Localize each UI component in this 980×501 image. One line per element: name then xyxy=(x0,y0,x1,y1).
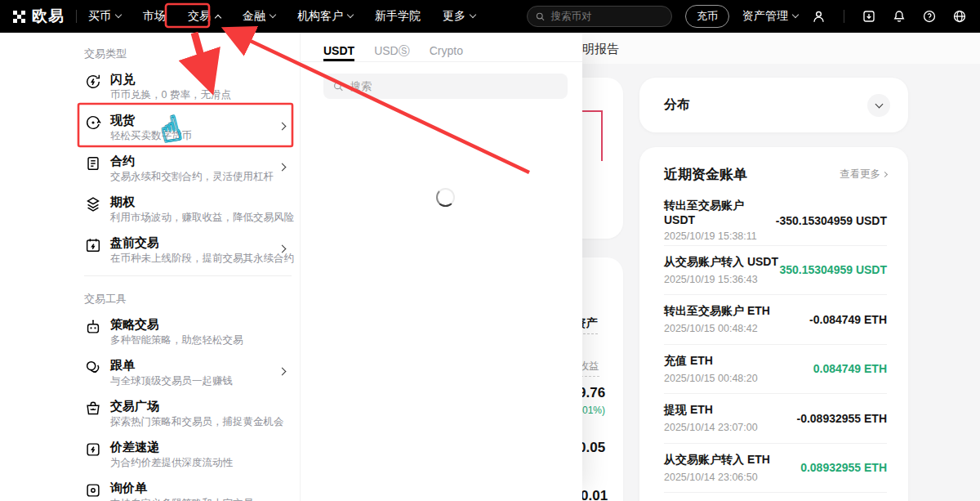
menu-item-spread[interactable]: 价差速递为合约价差提供深度流动性 xyxy=(84,434,292,475)
menu-item-title: 盘前交易 xyxy=(110,235,159,249)
menu-item-copy-trading[interactable]: 跟单与全球顶级交易员一起赚钱 xyxy=(84,352,292,393)
trade-mega-menu: 交易类型 闪兑币币兑换，0 费率，无滑点 现货轻松买卖数字货币 合约交易永续和交… xyxy=(0,33,300,501)
nav-item-trade[interactable]: 交易 xyxy=(188,9,220,24)
globe-language-icon[interactable] xyxy=(952,9,967,24)
menu-item-strategy[interactable]: 策略交易多种智能策略，助您轻松交易 xyxy=(84,311,292,352)
chevron-down-icon xyxy=(347,11,354,18)
spread-lightning-icon xyxy=(84,441,102,459)
flash-swap-icon xyxy=(84,73,102,91)
menu-item-spot[interactable]: 现货轻松买卖数字货币 xyxy=(84,107,292,148)
chevron-up-icon xyxy=(215,15,221,21)
menu-item-desc: 多种智能策略，助您轻松交易 xyxy=(110,334,243,346)
distribution-title: 分布 xyxy=(664,96,690,114)
underlying-annotation-box xyxy=(581,110,603,161)
chevron-right-icon xyxy=(278,368,287,376)
menu-item-title: 价差速递 xyxy=(110,440,159,454)
chevron-right-icon xyxy=(278,163,287,172)
rfq-icon xyxy=(84,481,102,499)
bill-amount: 0.084749 ETH xyxy=(813,362,887,375)
help-icon[interactable] xyxy=(922,9,937,24)
menu-item-desc: 交易永续和交割合约，灵活使用杠杆 xyxy=(110,171,274,182)
menu-item-flash-swap[interactable]: 闪兑币币兑换，0 费率，无滑点 xyxy=(84,66,292,107)
market-search-box[interactable] xyxy=(323,74,568,99)
pair-search-input[interactable] xyxy=(550,11,663,22)
bill-amount: -0.084749 ETH xyxy=(809,313,887,326)
chevron-right-icon xyxy=(882,171,888,177)
chevron-down-icon xyxy=(470,11,476,18)
market-list-panel: USDT USDⓈ Crypto xyxy=(300,33,582,501)
menu-item-title: 合约 xyxy=(110,154,135,168)
user-icon[interactable] xyxy=(811,9,826,25)
nav-item-more[interactable]: 更多 xyxy=(443,9,475,24)
okx-exchange-page: 欧易 买币 市场 交易 金融 机构客户 新手学院 更多 充币 资产管理 xyxy=(0,0,980,501)
menu-item-desc: 轻松买卖数字货币 xyxy=(110,130,192,141)
nav-item-academy[interactable]: 新手学院 xyxy=(375,9,421,24)
nav-item-institutional[interactable]: 机构客户 xyxy=(297,9,353,24)
chevron-right-icon xyxy=(278,123,287,131)
menu-item-desc: 为合约价差提供深度流动性 xyxy=(110,457,233,468)
nav-item-finance[interactable]: 金融 xyxy=(243,9,275,24)
bill-row[interactable]: 提现 ETH2025/10/14 23:07:00 -0.08932955 ET… xyxy=(664,394,887,444)
options-layers-icon xyxy=(84,195,102,213)
download-app-icon[interactable] xyxy=(862,9,876,24)
strategy-bot-icon xyxy=(84,318,102,336)
search-icon xyxy=(333,81,344,92)
menu-item-title: 期权 xyxy=(110,195,135,208)
menu-item-options[interactable]: 期权利用市场波动，赚取收益，降低交易风险 xyxy=(84,189,292,230)
search-icon xyxy=(536,11,545,22)
menu-item-desc: 与全球顶级交易员一起赚钱 xyxy=(110,375,233,387)
bill-amount: -0.08932955 ETH xyxy=(796,412,887,425)
menu-item-futures[interactable]: 合约交易永续和交割合约，灵活使用杠杆 xyxy=(84,148,292,189)
bill-amount: 350.15304959 USDT xyxy=(779,263,887,276)
view-more-link[interactable]: 查看更多 xyxy=(840,168,887,181)
bill-row[interactable]: 转出至交易账户 ETH2025/10/15 00:48:42 -0.084749… xyxy=(664,295,887,345)
expand-button[interactable] xyxy=(867,94,890,117)
menu-item-title: 跟单 xyxy=(110,358,135,372)
chevron-down-icon xyxy=(115,11,122,18)
menu-item-title: 询价单 xyxy=(110,481,147,494)
bill-amount: -350.15304959 USDT xyxy=(776,214,887,227)
distribution-card: 分布 xyxy=(639,78,908,132)
menu-item-premarket[interactable]: 盘前交易在币种未上线阶段，提前交易其永续合约 xyxy=(84,230,292,271)
bill-row[interactable]: 从交易账户转入 USDT2025/10/19 15:36:43 350.1530… xyxy=(664,246,887,296)
nav-icon-group xyxy=(811,9,967,25)
menu-item-title: 现货 xyxy=(110,113,135,127)
brand-logo[interactable]: 欧易 xyxy=(13,6,65,27)
menu-item-desc: 利用市场波动，赚取收益，降低交易风险 xyxy=(110,212,294,223)
pair-search-box[interactable] xyxy=(527,6,672,27)
asset-value-fragment: 0.01 xyxy=(581,488,608,501)
nav-divider xyxy=(76,10,77,23)
bills-title: 近期资金账单 xyxy=(664,165,747,184)
nav-menu: 买币 市场 交易 金融 机构客户 新手学院 更多 xyxy=(88,9,475,24)
quote-tabs: USDT USDⓈ Crypto xyxy=(301,33,582,62)
menu-item-desc: 支持自定义多腿策略和大宗交易 xyxy=(110,498,253,501)
assets-menu[interactable]: 资产管理 xyxy=(742,9,798,24)
bill-row[interactable]: 充值 ETH2025/10/15 00:48:20 0.084749 ETH xyxy=(664,345,887,395)
nav-item-buy[interactable]: 买币 xyxy=(88,9,121,24)
section-title-trade-tools: 交易工具 xyxy=(84,292,292,305)
nav-item-markets[interactable]: 市场 xyxy=(143,9,166,24)
nav-divider xyxy=(844,10,844,23)
menu-item-desc: 币币兑换，0 费率，无滑点 xyxy=(110,89,231,101)
tab-usds[interactable]: USDⓈ xyxy=(374,44,410,61)
menu-item-title: 交易广场 xyxy=(110,399,159,413)
recent-bills-card: 近期资金账单 查看更多 转出至交易账户 USDT2025/10/19 15:38… xyxy=(639,147,908,501)
menu-item-rfq[interactable]: 询价单支持自定义多腿策略和大宗交易 xyxy=(84,475,292,501)
bill-row[interactable]: 转出至交易账户 USDT2025/10/19 15:38:11 -350.153… xyxy=(664,196,887,246)
bill-row[interactable]: 从交易账户转入 ETH2025/10/14 23:06:50 0.0893295… xyxy=(664,444,887,494)
nav-right-cluster: 充币 资产管理 xyxy=(527,5,967,28)
bill-amount: 0.08932955 ETH xyxy=(800,461,887,474)
market-search-input[interactable] xyxy=(350,80,558,92)
copy-trading-icon xyxy=(84,359,102,377)
menu-item-marketplace[interactable]: 交易广场探索热门策略和交易员，捕捉黄金机会 xyxy=(84,393,292,434)
menu-item-desc: 在币种未上线阶段，提前交易其永续合约 xyxy=(110,253,294,264)
notifications-bell-icon[interactable] xyxy=(892,9,906,24)
tab-usdt[interactable]: USDT xyxy=(323,44,354,61)
report-link-fragment[interactable]: 明报告 xyxy=(582,42,619,57)
tab-crypto[interactable]: Crypto xyxy=(430,44,463,61)
deposit-button[interactable]: 充币 xyxy=(685,5,729,28)
menu-section-divider xyxy=(84,275,292,276)
marketplace-cart-icon xyxy=(84,400,102,418)
chevron-down-icon xyxy=(875,100,883,108)
chevron-down-icon xyxy=(792,11,799,18)
